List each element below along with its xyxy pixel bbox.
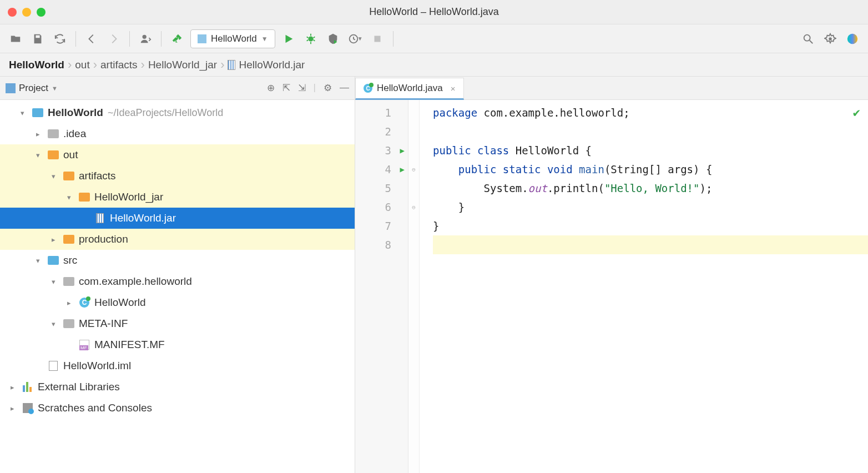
- tree-external-libraries[interactable]: ▸External Libraries: [0, 376, 355, 397]
- tree-src[interactable]: ▾src: [0, 250, 355, 271]
- svg-point-1: [308, 36, 313, 41]
- svg-rect-3: [374, 36, 380, 42]
- svg-point-6: [847, 33, 857, 43]
- application-icon: [198, 34, 206, 43]
- crumb-jar-file[interactable]: HelloWorld.jar: [228, 59, 305, 71]
- fold-column: ⊖ ⊖: [408, 100, 420, 473]
- breadcrumb: HelloWorld› out› artifacts› HelloWorld_j…: [0, 53, 868, 77]
- folder-icon: [48, 129, 59, 138]
- expand-all-icon[interactable]: ⇱: [282, 82, 290, 94]
- code-area[interactable]: package com.example.helloworld; public c…: [420, 100, 868, 473]
- line-number[interactable]: 2: [355, 122, 408, 141]
- refresh-icon[interactable]: [51, 30, 69, 48]
- crumb-out[interactable]: out: [75, 59, 89, 71]
- chevron-down-icon: ▼: [52, 85, 58, 92]
- line-number[interactable]: 4▶: [355, 160, 408, 179]
- crumb-root[interactable]: HelloWorld: [9, 59, 64, 71]
- tree-package[interactable]: ▾com.example.helloworld: [0, 271, 355, 292]
- run-config-selector[interactable]: HelloWorld ▼: [190, 29, 275, 48]
- tool-window-selector[interactable]: Project ▼: [6, 83, 58, 94]
- forward-icon[interactable]: [105, 30, 123, 48]
- window-title: HelloWorld – HelloWorld.java: [0, 6, 868, 18]
- package-icon: [63, 277, 74, 286]
- fold-icon[interactable]: ⊖: [408, 160, 419, 179]
- select-opened-file-icon[interactable]: ⊕: [267, 82, 275, 94]
- scratches-icon: [23, 403, 33, 413]
- tree-scratches[interactable]: ▸Scratches and Consoles: [0, 397, 355, 419]
- line-number[interactable]: 1: [355, 103, 408, 122]
- class-icon: C: [364, 84, 372, 93]
- tab-label: HelloWorld.java: [377, 83, 443, 94]
- run-icon[interactable]: [280, 30, 297, 48]
- folder-icon: [48, 150, 59, 159]
- project-tree: ▾HelloWorld~/IdeaProjects/HelloWorld ▸.i…: [0, 100, 355, 473]
- hide-icon[interactable]: —: [340, 82, 349, 94]
- line-number[interactable]: 6: [355, 198, 408, 217]
- tree-metainf[interactable]: ▾META-INF: [0, 313, 355, 334]
- library-icon: [23, 382, 33, 392]
- tree-jar-folder[interactable]: ▾HelloWorld_jar: [0, 187, 355, 208]
- collapse-all-icon[interactable]: ⇲: [298, 82, 306, 94]
- svg-point-5: [829, 37, 832, 41]
- fold-icon[interactable]: ⊖: [408, 198, 419, 217]
- profiler-icon[interactable]: ▼: [346, 30, 364, 48]
- close-tab-icon[interactable]: ×: [451, 84, 456, 93]
- folder-icon: [63, 235, 74, 244]
- save-icon[interactable]: [29, 30, 47, 48]
- tree-manifest[interactable]: MANIFEST.MF: [0, 334, 355, 355]
- editor-tabs: C HelloWorld.java ×: [355, 77, 868, 100]
- debug-icon[interactable]: [302, 30, 320, 48]
- gear-icon[interactable]: ⚙: [324, 82, 332, 94]
- jar-icon: [228, 60, 235, 70]
- inspection-ok-icon[interactable]: ✔: [853, 105, 860, 119]
- tree-artifacts[interactable]: ▾artifacts: [0, 165, 355, 187]
- tool-window-header: Project ▼ ⊕ ⇱ ⇲ | ⚙ —: [0, 77, 355, 100]
- chevron-down-icon: ▼: [261, 35, 268, 43]
- folder-icon: [79, 193, 90, 202]
- tree-root[interactable]: ▾HelloWorld~/IdeaProjects/HelloWorld: [0, 102, 355, 123]
- tree-jar-file[interactable]: HelloWorld.jar: [0, 208, 355, 229]
- coverage-icon[interactable]: [324, 30, 342, 48]
- line-number[interactable]: 3▶: [355, 141, 408, 160]
- module-icon: [32, 108, 43, 117]
- folder-icon: [63, 319, 74, 328]
- titlebar: HelloWorld – HelloWorld.java: [0, 0, 868, 24]
- svg-point-0: [143, 34, 147, 38]
- project-icon: [6, 83, 16, 93]
- folder-icon: [63, 172, 74, 180]
- settings-icon[interactable]: [821, 30, 839, 48]
- tree-iml[interactable]: HelloWorld.iml: [0, 355, 355, 376]
- back-icon[interactable]: [83, 30, 100, 48]
- main-toolbar: HelloWorld ▼ ▼: [0, 24, 868, 53]
- tree-class[interactable]: ▸CHelloWorld: [0, 292, 355, 313]
- tree-out[interactable]: ▾out: [0, 144, 355, 165]
- stop-icon[interactable]: [369, 30, 386, 48]
- line-number[interactable]: 7: [355, 217, 408, 235]
- run-config-label: HelloWorld: [211, 33, 257, 44]
- profile-icon[interactable]: [137, 30, 154, 48]
- project-tool-window: Project ▼ ⊕ ⇱ ⇲ | ⚙ — ▾HelloWorld~/IdeaP…: [0, 77, 355, 473]
- jar-icon: [96, 213, 104, 223]
- manifest-icon: [79, 340, 89, 350]
- line-number[interactable]: 8: [355, 235, 408, 254]
- tree-idea[interactable]: ▸.idea: [0, 123, 355, 144]
- line-number[interactable]: 5: [355, 179, 408, 198]
- jetbrains-icon[interactable]: [844, 30, 861, 48]
- editor-tab[interactable]: C HelloWorld.java ×: [355, 78, 464, 100]
- crumb-artifacts[interactable]: artifacts: [100, 59, 138, 71]
- tool-window-title: Project: [19, 83, 48, 94]
- file-icon: [49, 361, 58, 371]
- build-icon[interactable]: [168, 30, 186, 48]
- editor: C HelloWorld.java × 1 2 3▶ 4▶ 5 6 7 8 ⊖ …: [355, 77, 868, 473]
- svg-point-4: [804, 34, 810, 41]
- class-icon: C: [79, 298, 89, 308]
- search-icon[interactable]: [799, 30, 817, 48]
- gutter: 1 2 3▶ 4▶ 5 6 7 8: [355, 100, 408, 473]
- open-icon[interactable]: [7, 30, 24, 48]
- crumb-jar-folder[interactable]: HelloWorld_jar: [148, 59, 217, 71]
- run-gutter-icon[interactable]: ▶: [400, 146, 405, 155]
- source-folder-icon: [48, 256, 59, 265]
- tree-production[interactable]: ▸production: [0, 229, 355, 250]
- run-gutter-icon[interactable]: ▶: [400, 165, 405, 174]
